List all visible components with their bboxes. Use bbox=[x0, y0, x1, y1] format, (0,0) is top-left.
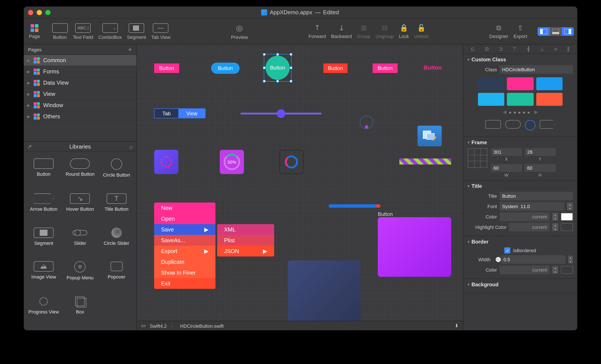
panel-toggle[interactable] bbox=[538, 27, 574, 36]
popout-icon[interactable]: ↗ bbox=[27, 143, 32, 150]
shape-pill[interactable] bbox=[505, 120, 521, 129]
canvas-popup-menu[interactable]: New Open Save▶ SaveAs... Export▶ Duplica… bbox=[154, 202, 215, 289]
highlight-colorwell[interactable] bbox=[561, 223, 573, 231]
panel-right[interactable] bbox=[562, 27, 574, 36]
canvas-image-view[interactable] bbox=[418, 126, 442, 146]
lib-circle-slider[interactable]: Circle Slider bbox=[98, 224, 135, 258]
canvas-button-pink2[interactable]: Button bbox=[373, 63, 398, 73]
tb-backward[interactable]: ⤓Backward bbox=[330, 24, 354, 39]
menu-new[interactable]: New bbox=[154, 202, 215, 213]
tb-segment[interactable]: Segment bbox=[125, 23, 148, 40]
lib-circle-button[interactable]: Circle Button bbox=[98, 155, 135, 190]
canvas-barber[interactable] bbox=[399, 159, 451, 164]
lib-progress-view[interactable]: Progress View bbox=[25, 293, 62, 327]
border-width-input[interactable] bbox=[501, 255, 566, 264]
menu-save[interactable]: Save▶ bbox=[154, 224, 215, 235]
submenu-xml[interactable]: XML bbox=[217, 224, 274, 235]
add-page-button[interactable]: + bbox=[128, 46, 132, 53]
swatches-prev[interactable]: ◀ bbox=[503, 109, 506, 115]
font-input[interactable] bbox=[500, 202, 564, 211]
border-color-stepper[interactable]: ▲▼ bbox=[552, 266, 558, 274]
canvas-slider[interactable] bbox=[240, 113, 322, 114]
crumb-file[interactable]: HDCircleButton.swift bbox=[180, 323, 224, 328]
submenu-plist[interactable]: Plist bbox=[217, 235, 274, 246]
frame-x[interactable] bbox=[491, 148, 522, 156]
canvas-popover[interactable] bbox=[288, 260, 361, 321]
border-colorwell[interactable] bbox=[561, 266, 573, 274]
tab-view[interactable]: View bbox=[179, 109, 205, 118]
align-bottom[interactable]: ⊥ bbox=[540, 46, 544, 52]
canvas-loader[interactable] bbox=[154, 150, 178, 174]
page-row-common[interactable]: ▶Common bbox=[24, 55, 136, 66]
swatch-5[interactable] bbox=[507, 93, 534, 106]
close-button[interactable] bbox=[28, 10, 33, 15]
lib-button[interactable]: Button bbox=[25, 155, 62, 190]
tb-unlock[interactable]: 🔓Unlock bbox=[412, 24, 430, 39]
tb-page[interactable]: Page bbox=[27, 24, 42, 39]
canvas-button-circle-selected[interactable]: Button bbox=[266, 56, 290, 80]
titlebar[interactable]: AppXDemo.appx — Edited bbox=[24, 7, 577, 19]
lib-slider[interactable]: Slider bbox=[62, 224, 99, 258]
tb-forward[interactable]: ⤒Forward bbox=[307, 24, 328, 39]
page-row-window[interactable]: ▶Window bbox=[24, 100, 136, 111]
frame-w[interactable] bbox=[491, 164, 522, 172]
align-right[interactable]: ⊐ bbox=[499, 46, 502, 52]
is-bordered-checkbox[interactable]: ✓ bbox=[504, 247, 511, 253]
swatch-3[interactable] bbox=[536, 77, 562, 90]
swatch-1[interactable] bbox=[478, 77, 504, 90]
tb-export[interactable]: ⇧Export bbox=[512, 24, 529, 39]
tb-ungroup[interactable]: ⊟Ungroup bbox=[374, 24, 395, 39]
dist-v[interactable]: ‖ bbox=[567, 46, 570, 52]
origin-picker[interactable] bbox=[468, 148, 487, 168]
menu-export[interactable]: Export▶ bbox=[154, 246, 215, 256]
page-row-forms[interactable]: ▶Forms bbox=[24, 66, 136, 77]
menu-exit[interactable]: Exit bbox=[154, 278, 215, 289]
title-color-combo[interactable]: current bbox=[500, 212, 550, 221]
canvas-progress-ring[interactable]: 50% bbox=[220, 150, 244, 174]
lib-hover-button[interactable]: ↘Hover Button bbox=[62, 190, 99, 224]
lib-round-button[interactable]: Round Button bbox=[62, 155, 99, 190]
swatch-4[interactable] bbox=[478, 93, 504, 106]
align-vcenter[interactable]: ╂ bbox=[527, 46, 530, 52]
lib-box[interactable]: Box bbox=[62, 293, 99, 327]
swatches-next[interactable]: ▶ bbox=[534, 109, 538, 115]
title-input[interactable] bbox=[500, 192, 573, 200]
canvas-submenu[interactable]: XML Plist JSON▶ bbox=[217, 224, 274, 256]
highlight-combo[interactable]: current bbox=[509, 223, 550, 232]
tb-textfield[interactable]: ABC |Text Field bbox=[71, 23, 95, 40]
lib-popup-menu[interactable]: ≡Popup Menu bbox=[62, 258, 99, 293]
title-color-stepper[interactable]: ▲▼ bbox=[552, 213, 558, 221]
shape-arrow[interactable] bbox=[540, 120, 555, 129]
menu-showfinder[interactable]: Show In Finer bbox=[154, 267, 215, 278]
canvas-ring[interactable] bbox=[279, 150, 303, 174]
tb-designer[interactable]: ⧉Designer bbox=[487, 24, 510, 39]
swatch-6[interactable] bbox=[536, 93, 562, 106]
tb-preview[interactable]: ◎Preview bbox=[229, 23, 250, 40]
menu-open[interactable]: Open bbox=[154, 213, 215, 224]
menu-saveas[interactable]: SaveAs... bbox=[154, 235, 215, 246]
canvas-tab-segment[interactable]: Tab View bbox=[154, 108, 206, 118]
title-colorwell[interactable] bbox=[561, 213, 573, 221]
zoom-button[interactable] bbox=[45, 10, 50, 15]
font-stepper[interactable]: ▲▼ bbox=[567, 202, 573, 210]
search-icon[interactable]: ⌕ bbox=[130, 143, 133, 150]
lib-segment[interactable]: Segment bbox=[25, 224, 62, 258]
align-hcenter[interactable]: ⊟ bbox=[485, 46, 489, 52]
lib-arrow-button[interactable]: Arrow Button bbox=[25, 190, 62, 224]
align-top[interactable]: ⊤ bbox=[512, 46, 517, 52]
border-color-combo[interactable]: current bbox=[500, 265, 550, 274]
tb-button[interactable]: Button bbox=[50, 23, 69, 40]
crumb-lang[interactable]: Swift4.2 bbox=[150, 323, 167, 328]
align-left[interactable]: ⊏ bbox=[471, 46, 475, 52]
minimize-button[interactable] bbox=[37, 10, 42, 15]
canvas-button-round[interactable]: Button bbox=[211, 63, 240, 74]
page-row-view[interactable]: ▶View bbox=[24, 89, 136, 100]
frame-h[interactable] bbox=[525, 164, 556, 172]
lib-popover[interactable]: Popover bbox=[98, 258, 135, 293]
canvas-circle-slider[interactable] bbox=[360, 115, 373, 129]
highlight-stepper[interactable]: ▲▼ bbox=[552, 223, 558, 231]
shape-circle-selected[interactable] bbox=[525, 120, 535, 131]
submenu-json[interactable]: JSON▶ bbox=[217, 246, 274, 256]
canvas-button-pink[interactable]: Button bbox=[154, 63, 179, 73]
tb-tabview[interactable]: Tab View bbox=[149, 23, 172, 40]
